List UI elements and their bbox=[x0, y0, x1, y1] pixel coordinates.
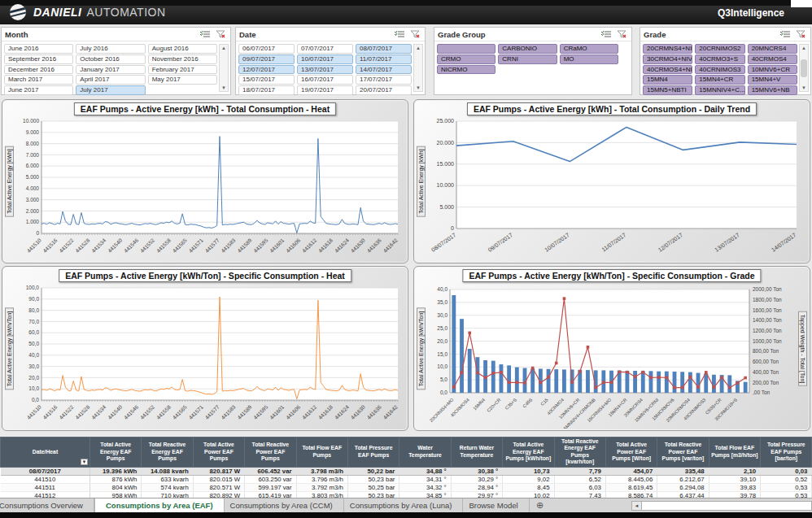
filter-item[interactable]: September 2016 bbox=[4, 54, 73, 64]
scrollbar-track[interactable] bbox=[642, 501, 812, 511]
column-header[interactable]: Total Active Energy EAF Pumps [kWh/ton] bbox=[503, 437, 554, 468]
scroll-down-icon[interactable]: ▼ bbox=[801, 85, 806, 91]
column-header[interactable]: Total Reactive Energy EAF Pumps [kvarh/t… bbox=[554, 437, 605, 468]
column-header[interactable]: Total Active Power EAF Pumps bbox=[193, 437, 244, 468]
column-filter-icon[interactable]: ▼ bbox=[81, 459, 88, 465]
filter-item[interactable]: December 2016 bbox=[4, 65, 73, 75]
filter-item[interactable]: 12/07/2017 bbox=[238, 65, 295, 75]
y-axis-label: Total Active Energy [kWh] bbox=[417, 146, 426, 216]
clear-filter-icon[interactable] bbox=[214, 29, 227, 39]
filter-item[interactable]: CRNI bbox=[498, 54, 557, 64]
filter-item[interactable]: 40CRNIMOS3 bbox=[695, 65, 744, 75]
chart-heat-specific[interactable]: 100,090,080,070,060,050,040,030,020,010,… bbox=[14, 283, 406, 429]
horizontal-scrollbar[interactable]: ◄ bbox=[631, 501, 812, 511]
sheet-tab[interactable]: Consumptions Overview bbox=[0, 498, 94, 512]
filter-item[interactable]: 15MNV6+NB bbox=[748, 85, 797, 95]
clear-filter-icon[interactable] bbox=[615, 29, 628, 39]
filter-item[interactable]: 18/07/2017 bbox=[238, 85, 295, 95]
chart-grade-specific[interactable]: 40,035,030,025,020,015,010,05,00,02000,0… bbox=[426, 283, 798, 429]
chart-daily-trend[interactable]: 25.00020.00015.00010.0005.000008/07/2017… bbox=[426, 116, 808, 261]
column-header[interactable]: Total Active Energy EAF Pumps bbox=[90, 437, 142, 468]
filter-item[interactable]: July 2016 bbox=[76, 44, 145, 54]
filter-item[interactable]: 15MN4 bbox=[643, 75, 692, 85]
column-header[interactable]: Total Flow EAF Pumps [m3/h/ton] bbox=[709, 437, 760, 468]
svg-text:10,0: 10,0 bbox=[28, 385, 39, 391]
filter-item[interactable]: February 2017 bbox=[148, 65, 217, 75]
filter-item[interactable]: 09/07/2017 bbox=[238, 54, 295, 64]
filter-item[interactable]: 20CRMNS4+NI bbox=[643, 44, 692, 54]
filter-item[interactable]: March 2017 bbox=[4, 75, 73, 85]
scroll-up-icon[interactable]: ▲ bbox=[416, 45, 421, 51]
filter-item[interactable]: 40CRMO3+S bbox=[695, 54, 744, 64]
filter-item[interactable]: 30CRMO4+NIV bbox=[643, 54, 692, 64]
filter-item[interactable]: June 2017 bbox=[4, 85, 73, 95]
multiselect-icon[interactable] bbox=[779, 29, 792, 39]
filter-item[interactable] bbox=[437, 44, 495, 54]
filter-item[interactable]: 20MNCRS4 bbox=[748, 44, 797, 54]
filter-item[interactable]: 14/07/2017 bbox=[356, 65, 412, 75]
vertical-scrollbar[interactable]: ▲▼ bbox=[413, 44, 423, 92]
filter-item[interactable]: August 2016 bbox=[148, 44, 217, 54]
multiselect-icon[interactable] bbox=[199, 29, 212, 39]
filter-item[interactable]: 16/07/2017 bbox=[297, 75, 353, 85]
sheet-tab[interactable]: Consumptions by Area (EAF) bbox=[94, 498, 225, 512]
filter-item[interactable]: May 2017 bbox=[148, 75, 217, 85]
clear-filter-icon[interactable] bbox=[408, 29, 421, 39]
filter-item[interactable]: CRMO bbox=[437, 54, 495, 64]
column-header[interactable]: Return Water Temperature bbox=[451, 437, 502, 468]
filter-item[interactable]: October 2016 bbox=[76, 54, 145, 64]
scrollbar-thumb[interactable] bbox=[801, 59, 807, 77]
filter-item[interactable]: June 2016 bbox=[4, 44, 73, 54]
filter-item[interactable]: 08/07/2017 bbox=[356, 44, 412, 54]
column-header[interactable]: Total Reactive Power EAF Pumps [var/ton] bbox=[657, 437, 709, 468]
filter-item[interactable]: 10/07/2017 bbox=[297, 54, 353, 64]
scroll-down-icon[interactable]: ▼ bbox=[221, 85, 226, 91]
multiselect-icon[interactable] bbox=[393, 29, 406, 39]
column-header[interactable]: Date/Heat▼ bbox=[1, 437, 90, 468]
filter-item[interactable]: January 2017 bbox=[76, 65, 145, 75]
column-header[interactable]: Total Active Power EAF Pumps [W/ton] bbox=[605, 437, 657, 468]
filter-item[interactable]: April 2017 bbox=[76, 75, 145, 85]
column-header[interactable]: Total Flow EAF Pumps bbox=[296, 437, 347, 468]
column-header[interactable]: Water Temperature bbox=[399, 437, 451, 468]
scroll-left-arrow-icon[interactable]: ◄ bbox=[631, 501, 642, 511]
sheet-tab[interactable]: Consumptions by Area (Luna) bbox=[339, 498, 464, 512]
filter-item[interactable]: 40CRMOS4 bbox=[748, 54, 797, 64]
column-header[interactable]: Total Pressure EAF Pumps [bar/ton] bbox=[761, 437, 812, 468]
scroll-down-icon[interactable]: ▼ bbox=[416, 85, 421, 91]
filter-item[interactable]: July 2017 bbox=[76, 85, 145, 95]
filter-item[interactable]: NICRMO bbox=[437, 65, 495, 75]
filter-item[interactable]: 20/07/2017 bbox=[356, 85, 412, 95]
filter-item[interactable]: 06/07/2017 bbox=[238, 44, 295, 54]
vertical-scrollbar[interactable]: ▲▼ bbox=[219, 44, 229, 92]
filter-item[interactable]: 15MN4+CR bbox=[695, 75, 744, 85]
filter-item[interactable]: 15MN5+NBTI bbox=[643, 85, 692, 95]
filter-item[interactable]: 17/07/2017 bbox=[356, 75, 412, 85]
filter-item[interactable]: 15MNNIV4+C... bbox=[695, 85, 744, 95]
scroll-up-icon[interactable]: ▲ bbox=[221, 45, 226, 51]
column-header[interactable]: Total Reactive Power EAF Pumps bbox=[245, 437, 296, 468]
filter-item[interactable]: 07/07/2017 bbox=[297, 44, 353, 54]
column-header[interactable]: Total Reactive Energy EAF Pumps bbox=[142, 437, 193, 468]
clear-filter-icon[interactable] bbox=[794, 29, 807, 39]
filter-item[interactable]: 19/07/2017 bbox=[297, 85, 353, 95]
filter-item[interactable]: 20CRNIMOS2 bbox=[695, 44, 744, 54]
filter-item[interactable]: 15MN4+V bbox=[748, 75, 797, 85]
multiselect-icon[interactable] bbox=[600, 29, 613, 39]
sheet-tab[interactable]: Browse Model bbox=[458, 498, 529, 512]
vertical-scrollbar[interactable]: ▲▼ bbox=[799, 44, 809, 92]
add-sheet-icon[interactable]: ⊕ bbox=[530, 498, 551, 512]
chart-heat-total[interactable]: 10.0009.0008.0007.0006.0005.0004.0003.00… bbox=[14, 116, 406, 261]
filter-item[interactable]: 40CRMOS4+NI bbox=[643, 65, 692, 75]
filter-item[interactable]: 11/07/2017 bbox=[356, 54, 412, 64]
column-header[interactable]: Total Pressure EAF Pumps bbox=[347, 437, 399, 468]
filter-item[interactable]: 15/07/2017 bbox=[238, 75, 295, 85]
scroll-up-icon[interactable]: ▲ bbox=[801, 45, 806, 51]
filter-item[interactable]: 13/07/2017 bbox=[297, 65, 353, 75]
filter-item[interactable]: MO bbox=[560, 54, 618, 64]
filter-item[interactable]: 10MNV6+CR bbox=[748, 65, 797, 75]
sheet-tab[interactable]: Consumptions by Area (CCM) bbox=[220, 498, 344, 512]
filter-item[interactable]: November 2016 bbox=[148, 54, 217, 64]
filter-item[interactable]: CARBONIO bbox=[498, 44, 557, 54]
filter-item[interactable]: CRaMO bbox=[560, 44, 618, 54]
